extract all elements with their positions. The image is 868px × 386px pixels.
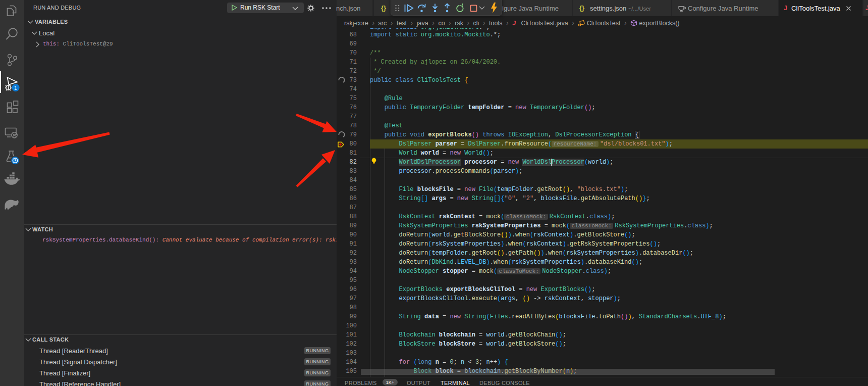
svg-text:1: 1 [14, 85, 17, 91]
